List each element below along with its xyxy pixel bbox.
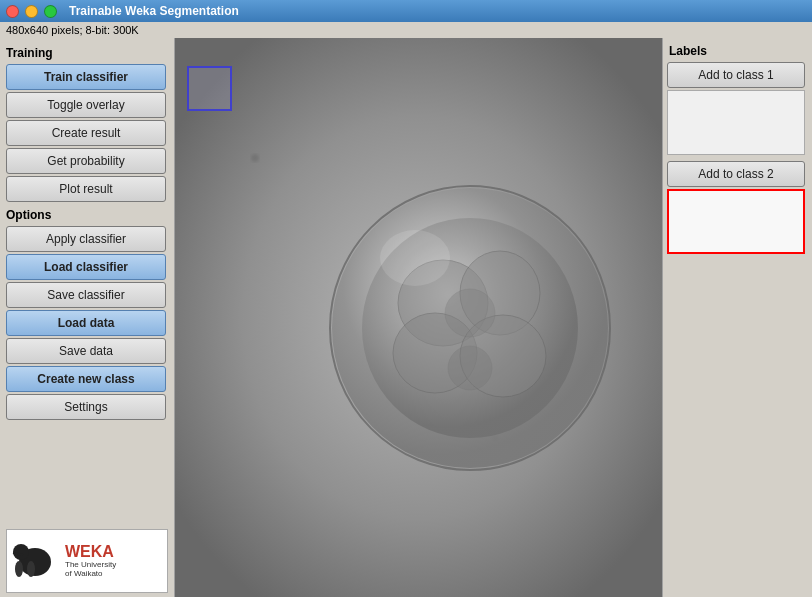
weka-logo: WEKA The University of Waikato (6, 529, 168, 593)
toggle-overlay-button[interactable]: Toggle overlay (6, 92, 166, 118)
svg-point-17 (448, 346, 492, 390)
weka-text: WEKA The University of Waikato (65, 544, 116, 578)
svg-point-1 (13, 544, 29, 560)
plot-result-button[interactable]: Plot result (6, 176, 166, 202)
load-classifier-button[interactable]: Load classifier (6, 254, 166, 280)
close-button[interactable] (6, 5, 19, 18)
right-panel: Labels Add to class 1 Add to class 2 (662, 38, 812, 597)
train-classifier-button[interactable]: Train classifier (6, 64, 166, 90)
svg-point-4 (27, 561, 35, 577)
apply-classifier-button[interactable]: Apply classifier (6, 226, 166, 252)
right-panel-empty (667, 260, 808, 593)
main-window: 480x640 pixels; 8-bit: 300K Training Tra… (0, 22, 812, 597)
svg-point-16 (445, 289, 495, 337)
get-probability-button[interactable]: Get probability (6, 148, 166, 174)
weka-bird-icon (11, 534, 59, 588)
weka-subtitle: The University (65, 560, 116, 569)
class-2-section: Add to class 2 (667, 161, 808, 258)
training-section-label: Training (6, 46, 168, 60)
add-to-class-2-button[interactable]: Add to class 2 (667, 161, 805, 187)
window-title: Trainable Weka Segmentation (69, 4, 239, 18)
center-panel[interactable] (175, 38, 662, 597)
labels-header: Labels (667, 42, 808, 62)
save-classifier-button[interactable]: Save classifier (6, 282, 166, 308)
add-to-class-1-button[interactable]: Add to class 1 (667, 62, 805, 88)
class-2-preview (667, 189, 805, 254)
svg-point-3 (15, 561, 23, 577)
svg-point-6 (251, 154, 259, 162)
load-data-button[interactable]: Load data (6, 310, 166, 336)
title-bar: Trainable Weka Segmentation (0, 0, 812, 22)
maximize-button[interactable] (44, 5, 57, 18)
create-new-class-button[interactable]: Create new class (6, 366, 166, 392)
weka-bird-svg (11, 534, 59, 582)
content-area: Training Train classifier Toggle overlay… (0, 38, 812, 597)
selection-box[interactable] (187, 66, 232, 111)
weka-title: WEKA (65, 544, 116, 560)
settings-button[interactable]: Settings (6, 394, 166, 420)
options-section-label: Options (6, 208, 168, 222)
cell-image-svg (175, 38, 662, 597)
class-1-section: Add to class 1 (667, 62, 808, 159)
info-bar: 480x640 pixels; 8-bit: 300K (0, 22, 812, 38)
weka-subtitle2: of Waikato (65, 569, 116, 578)
image-canvas[interactable] (175, 38, 662, 597)
save-data-button[interactable]: Save data (6, 338, 166, 364)
create-result-button[interactable]: Create result (6, 120, 166, 146)
svg-point-18 (380, 230, 450, 286)
class-1-preview (667, 90, 805, 155)
minimize-button[interactable] (25, 5, 38, 18)
left-panel: Training Train classifier Toggle overlay… (0, 38, 175, 597)
